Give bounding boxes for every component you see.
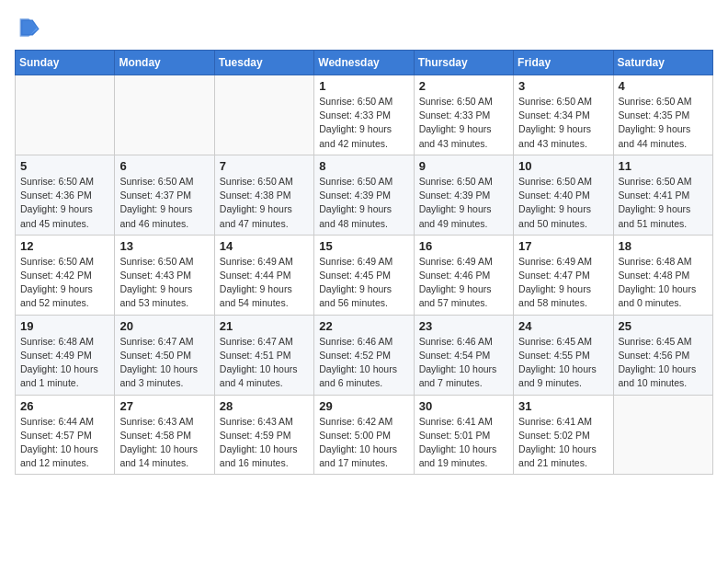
calendar-cell: 16Sunrise: 6:49 AM Sunset: 4:46 PM Dayli… [414, 235, 513, 315]
day-info-text: Sunrise: 6:50 AM Sunset: 4:43 PM Dayligh… [119, 255, 209, 311]
calendar-cell [115, 75, 214, 155]
day-number: 16 [419, 239, 508, 253]
day-header-friday: Friday [514, 51, 613, 75]
calendar-cell: 6Sunrise: 6:50 AM Sunset: 4:37 PM Daylig… [115, 155, 214, 235]
day-number: 26 [20, 399, 109, 413]
day-header-sunday: Sunday [16, 51, 115, 75]
day-number: 17 [518, 239, 608, 253]
calendar-cell: 13Sunrise: 6:50 AM Sunset: 4:43 PM Dayli… [115, 235, 214, 315]
calendar-cell: 30Sunrise: 6:41 AM Sunset: 5:01 PM Dayli… [414, 395, 513, 475]
calendar-cell: 15Sunrise: 6:49 AM Sunset: 4:45 PM Dayli… [314, 235, 414, 315]
calendar-cell: 18Sunrise: 6:48 AM Sunset: 4:48 PM Dayli… [613, 235, 712, 315]
day-info-text: Sunrise: 6:50 AM Sunset: 4:39 PM Dayligh… [319, 175, 408, 231]
calendar-cell: 8Sunrise: 6:50 AM Sunset: 4:39 PM Daylig… [314, 155, 414, 235]
day-number: 24 [518, 319, 608, 333]
day-number: 18 [619, 239, 708, 253]
day-info-text: Sunrise: 6:46 AM Sunset: 4:54 PM Dayligh… [419, 335, 508, 391]
day-number: 6 [119, 159, 209, 173]
day-info-text: Sunrise: 6:43 AM Sunset: 4:59 PM Dayligh… [220, 415, 309, 471]
calendar-cell: 5Sunrise: 6:50 AM Sunset: 4:36 PM Daylig… [16, 155, 115, 235]
calendar-table: SundayMondayTuesdayWednesdayThursdayFrid… [15, 50, 713, 475]
calendar-week-row: 19Sunrise: 6:48 AM Sunset: 4:49 PM Dayli… [16, 315, 713, 395]
day-info-text: Sunrise: 6:50 AM Sunset: 4:42 PM Dayligh… [20, 255, 109, 311]
day-number: 14 [220, 239, 309, 253]
day-number: 12 [20, 239, 109, 253]
day-header-tuesday: Tuesday [214, 51, 313, 75]
day-header-wednesday: Wednesday [314, 51, 414, 75]
day-info-text: Sunrise: 6:48 AM Sunset: 4:49 PM Dayligh… [20, 335, 109, 391]
calendar-cell [214, 75, 313, 155]
calendar-cell: 1Sunrise: 6:50 AM Sunset: 4:33 PM Daylig… [314, 75, 414, 155]
calendar-cell: 14Sunrise: 6:49 AM Sunset: 4:44 PM Dayli… [214, 235, 313, 315]
day-number: 28 [220, 399, 309, 413]
day-number: 3 [518, 79, 608, 93]
day-info-text: Sunrise: 6:49 AM Sunset: 4:47 PM Dayligh… [518, 255, 608, 311]
day-info-text: Sunrise: 6:41 AM Sunset: 5:02 PM Dayligh… [518, 415, 608, 471]
calendar-cell: 22Sunrise: 6:46 AM Sunset: 4:52 PM Dayli… [314, 315, 414, 395]
calendar-week-row: 12Sunrise: 6:50 AM Sunset: 4:42 PM Dayli… [16, 235, 713, 315]
day-info-text: Sunrise: 6:50 AM Sunset: 4:33 PM Dayligh… [319, 95, 408, 151]
day-info-text: Sunrise: 6:43 AM Sunset: 4:58 PM Dayligh… [119, 415, 209, 471]
calendar-week-row: 26Sunrise: 6:44 AM Sunset: 4:57 PM Dayli… [16, 395, 713, 475]
day-number: 25 [619, 319, 708, 333]
calendar-cell: 21Sunrise: 6:47 AM Sunset: 4:51 PM Dayli… [214, 315, 313, 395]
calendar-cell: 11Sunrise: 6:50 AM Sunset: 4:41 PM Dayli… [613, 155, 712, 235]
calendar-cell: 23Sunrise: 6:46 AM Sunset: 4:54 PM Dayli… [414, 315, 513, 395]
day-number: 7 [220, 159, 309, 173]
calendar-week-row: 1Sunrise: 6:50 AM Sunset: 4:33 PM Daylig… [16, 75, 713, 155]
day-number: 8 [319, 159, 408, 173]
calendar-cell: 7Sunrise: 6:50 AM Sunset: 4:38 PM Daylig… [214, 155, 313, 235]
day-number: 1 [319, 79, 408, 93]
header [15, 15, 713, 40]
calendar-cell: 3Sunrise: 6:50 AM Sunset: 4:34 PM Daylig… [514, 75, 613, 155]
day-info-text: Sunrise: 6:50 AM Sunset: 4:38 PM Dayligh… [220, 175, 309, 231]
calendar-cell [16, 75, 115, 155]
calendar-cell [613, 395, 712, 475]
day-header-saturday: Saturday [613, 51, 712, 75]
calendar-cell: 27Sunrise: 6:43 AM Sunset: 4:58 PM Dayli… [115, 395, 214, 475]
day-info-text: Sunrise: 6:45 AM Sunset: 4:56 PM Dayligh… [619, 335, 708, 391]
calendar-cell: 2Sunrise: 6:50 AM Sunset: 4:33 PM Daylig… [414, 75, 513, 155]
calendar-cell: 9Sunrise: 6:50 AM Sunset: 4:39 PM Daylig… [414, 155, 513, 235]
day-info-text: Sunrise: 6:50 AM Sunset: 4:40 PM Dayligh… [518, 175, 608, 231]
calendar-cell: 25Sunrise: 6:45 AM Sunset: 4:56 PM Dayli… [613, 315, 712, 395]
day-info-text: Sunrise: 6:45 AM Sunset: 4:55 PM Dayligh… [518, 335, 608, 391]
day-number: 21 [220, 319, 309, 333]
logo [15, 15, 44, 40]
day-number: 15 [319, 239, 408, 253]
calendar-cell: 12Sunrise: 6:50 AM Sunset: 4:42 PM Dayli… [16, 235, 115, 315]
calendar-cell: 20Sunrise: 6:47 AM Sunset: 4:50 PM Dayli… [115, 315, 214, 395]
day-info-text: Sunrise: 6:49 AM Sunset: 4:45 PM Dayligh… [319, 255, 408, 311]
day-header-monday: Monday [115, 51, 214, 75]
calendar-cell: 24Sunrise: 6:45 AM Sunset: 4:55 PM Dayli… [514, 315, 613, 395]
day-info-text: Sunrise: 6:46 AM Sunset: 4:52 PM Dayligh… [319, 335, 408, 391]
day-info-text: Sunrise: 6:47 AM Sunset: 4:51 PM Dayligh… [220, 335, 309, 391]
day-number: 13 [119, 239, 209, 253]
day-number: 23 [419, 319, 508, 333]
day-info-text: Sunrise: 6:50 AM Sunset: 4:34 PM Dayligh… [518, 95, 608, 151]
calendar-cell: 19Sunrise: 6:48 AM Sunset: 4:49 PM Dayli… [16, 315, 115, 395]
day-number: 4 [619, 79, 708, 93]
day-number: 2 [419, 79, 508, 93]
calendar-cell: 29Sunrise: 6:42 AM Sunset: 5:00 PM Dayli… [314, 395, 414, 475]
calendar-cell: 26Sunrise: 6:44 AM Sunset: 4:57 PM Dayli… [16, 395, 115, 475]
day-number: 19 [20, 319, 109, 333]
day-number: 5 [20, 159, 109, 173]
day-info-text: Sunrise: 6:50 AM Sunset: 4:35 PM Dayligh… [619, 95, 708, 151]
day-number: 30 [419, 399, 508, 413]
day-number: 31 [518, 399, 608, 413]
logo-icon [15, 15, 40, 40]
day-info-text: Sunrise: 6:41 AM Sunset: 5:01 PM Dayligh… [419, 415, 508, 471]
day-number: 9 [419, 159, 508, 173]
day-info-text: Sunrise: 6:50 AM Sunset: 4:41 PM Dayligh… [619, 175, 708, 231]
calendar-week-row: 5Sunrise: 6:50 AM Sunset: 4:36 PM Daylig… [16, 155, 713, 235]
calendar-cell: 17Sunrise: 6:49 AM Sunset: 4:47 PM Dayli… [514, 235, 613, 315]
day-info-text: Sunrise: 6:44 AM Sunset: 4:57 PM Dayligh… [20, 415, 109, 471]
day-info-text: Sunrise: 6:42 AM Sunset: 5:00 PM Dayligh… [319, 415, 408, 471]
calendar-cell: 28Sunrise: 6:43 AM Sunset: 4:59 PM Dayli… [214, 395, 313, 475]
calendar-cell: 4Sunrise: 6:50 AM Sunset: 4:35 PM Daylig… [613, 75, 712, 155]
day-info-text: Sunrise: 6:49 AM Sunset: 4:46 PM Dayligh… [419, 255, 508, 311]
calendar-cell: 10Sunrise: 6:50 AM Sunset: 4:40 PM Dayli… [514, 155, 613, 235]
day-number: 10 [518, 159, 608, 173]
day-number: 11 [619, 159, 708, 173]
